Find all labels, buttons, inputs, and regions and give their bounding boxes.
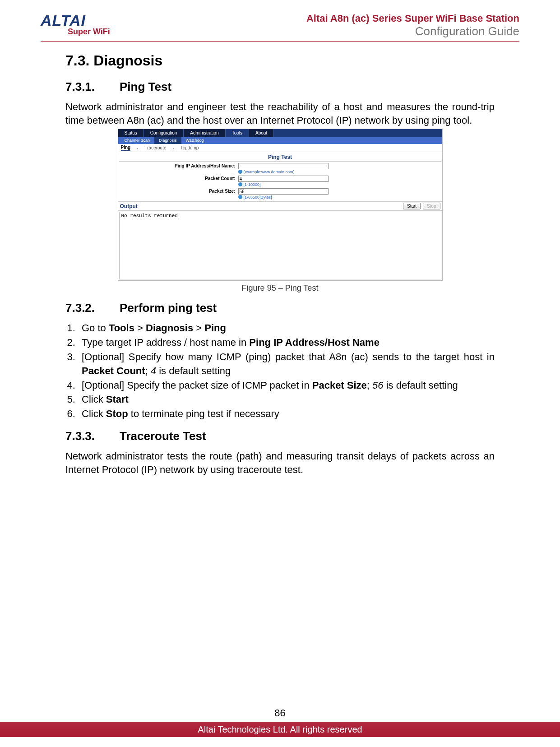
crumb-traceroute[interactable]: Traceroute (145, 145, 167, 150)
header-right: Altai A8n (ac) Series Super WiFi Base St… (306, 13, 519, 38)
logo-main: ALTAI (41, 13, 110, 28)
output-title: Output (120, 203, 138, 209)
sub-title: Ping Test (120, 80, 171, 93)
count-label: Packet Count: (118, 176, 238, 181)
figure-caption: Figure 95 – Ping Test (118, 283, 443, 293)
sub-title: Traceroute Test (120, 429, 206, 443)
count-input[interactable] (238, 176, 329, 182)
size-input[interactable] (238, 188, 329, 195)
ping-test-paragraph: Network administrator and engineer test … (65, 100, 495, 127)
tab-status[interactable]: Status (118, 129, 144, 137)
logo: ALTAI Super WiFi (41, 13, 110, 37)
section-title: Diagnosis (93, 52, 162, 69)
sub-num: 7.3.1. (65, 80, 120, 94)
traceroute-paragraph: Network administrator tests the route (p… (65, 450, 495, 476)
step-6: Click Stop to terminate ping test if nec… (78, 407, 495, 421)
page-number: 86 (0, 707, 560, 719)
size-hint: [1-65500]Bytes] (238, 195, 442, 200)
logo-sub: Super WiFi (68, 27, 110, 37)
footer-copyright: Altai Technologies Ltd. All rights reser… (0, 722, 560, 737)
subsection-traceroute: 7.3.3.Traceroute Test (65, 429, 495, 443)
subtab-channel-scan[interactable]: Channel Scan (120, 137, 155, 144)
host-input[interactable] (238, 163, 329, 169)
page-header: ALTAI Super WiFi Altai A8n (ac) Series S… (41, 13, 519, 42)
step-3: [Optional] Specify how many ICMP (ping) … (78, 350, 495, 378)
crumb-sep: - (137, 145, 138, 150)
size-label: Packet Size: (118, 188, 238, 194)
tab-configuration[interactable]: Configuration (144, 129, 184, 137)
subsection-ping-test: 7.3.1.Ping Test (65, 80, 495, 94)
stop-button[interactable]: Stop (423, 203, 440, 209)
tab-about[interactable]: About (249, 129, 274, 137)
subtab-diagnosis[interactable]: Diagnosis (154, 137, 181, 144)
tab-tools[interactable]: Tools (226, 129, 249, 137)
crumb-tcpdump[interactable]: Tcpdump (180, 145, 199, 150)
section-heading: 7.3. Diagnosis (65, 52, 495, 69)
panel-title: Ping Test (119, 152, 441, 162)
sub-tab-bar: Channel Scan Diagnosis Watchdog (118, 137, 442, 144)
subsection-perform-ping: 7.3.2.Perform ping test (65, 301, 495, 315)
main-tab-bar: Status Configuration Administration Tool… (118, 129, 442, 137)
step-5: Click Start (78, 393, 495, 407)
start-button[interactable]: Start (403, 203, 421, 209)
crumb-ping[interactable]: Ping (121, 145, 131, 151)
breadcrumb: Ping - Traceroute - Tcpdump (118, 144, 442, 152)
figure-ping-test: Status Configuration Administration Tool… (118, 129, 443, 293)
host-hint: (example:www.domain.com) (238, 170, 442, 174)
subtab-watchdog[interactable]: Watchdog (181, 137, 208, 144)
tab-administration[interactable]: Administration (184, 129, 225, 137)
sub-title: Perform ping test (120, 301, 217, 315)
steps-list: Go to Tools > Diagnosis > Ping Type targ… (78, 321, 495, 421)
step-2: Type target IP address / host name in Pi… (78, 336, 495, 350)
ping-test-screenshot: Status Configuration Administration Tool… (118, 129, 443, 281)
sub-num: 7.3.3. (65, 429, 120, 443)
count-hint: [1-10000] (238, 182, 442, 187)
section-num: 7.3. (65, 52, 89, 69)
output-box: No results returned (119, 212, 441, 279)
sub-num: 7.3.2. (65, 301, 120, 315)
doc-title: Altai A8n (ac) Series Super WiFi Base St… (306, 13, 519, 24)
host-label: Ping IP Address/Host Name: (118, 163, 238, 168)
step-1: Go to Tools > Diagnosis > Ping (78, 321, 495, 335)
crumb-sep: - (173, 145, 174, 150)
doc-subtitle: Configuration Guide (306, 24, 519, 38)
step-4: [Optional] Specify the packet size of IC… (78, 379, 495, 393)
